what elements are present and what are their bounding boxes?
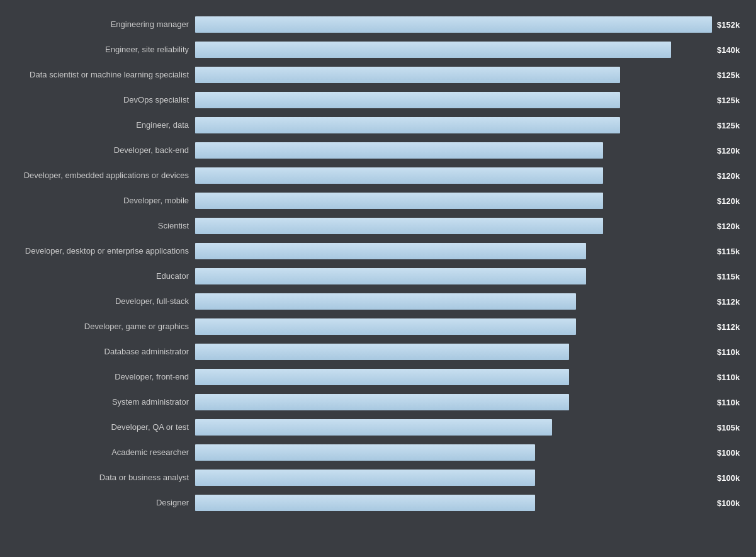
salary-chart: Engineering manager$152kEngineer, site r… — [0, 6, 756, 522]
bar-row: Developer, back-end$120k — [0, 138, 756, 162]
bar-value: $100k — [712, 473, 756, 483]
bar-fill — [195, 344, 569, 360]
bar-value: $100k — [712, 498, 756, 508]
bar-value: $152k — [712, 20, 756, 30]
bar-label: Developer, back-end — [0, 145, 195, 155]
bar-track — [195, 318, 712, 335]
bar-label: Engineering manager — [0, 20, 195, 30]
bar-track — [195, 293, 712, 310]
bar-track — [195, 16, 712, 33]
bar-value: $125k — [712, 96, 756, 105]
bar-fill — [195, 67, 620, 83]
bar-label: Data scientist or machine learning speci… — [0, 70, 195, 80]
bar-track — [195, 92, 712, 108]
bar-row: Developer, full-stack$112k — [0, 290, 756, 313]
bar-row: Developer, embedded applications or devi… — [0, 164, 756, 188]
bar-label: Engineer, data — [0, 120, 195, 130]
bar-label: Developer, QA or test — [0, 422, 195, 432]
bar-track — [195, 419, 712, 436]
bar-track — [195, 218, 712, 234]
bar-label: Developer, full-stack — [0, 296, 195, 307]
bar-track — [195, 117, 712, 133]
bar-fill — [195, 268, 586, 284]
bar-label: Developer, mobile — [0, 196, 195, 206]
bar-row: Developer, desktop or enterprise applica… — [0, 239, 756, 263]
bar-row: Developer, QA or test$105k — [0, 415, 756, 439]
bar-track — [195, 470, 712, 486]
bar-row: Developer, front-end$110k — [0, 365, 756, 389]
bar-value: $110k — [712, 398, 756, 407]
bar-fill — [195, 117, 620, 133]
bar-value: $125k — [712, 121, 756, 130]
bar-track — [195, 193, 712, 209]
bar-value: $115k — [712, 272, 756, 281]
bar-row: Developer, game or graphics$112k — [0, 315, 756, 339]
bar-track — [195, 167, 712, 184]
bar-row: Engineering manager$152k — [0, 13, 756, 37]
bar-value: $112k — [712, 297, 756, 307]
bar-fill — [195, 92, 620, 108]
bar-label: Engineer, site reliability — [0, 45, 195, 55]
bar-value: $110k — [712, 347, 756, 357]
bar-fill — [195, 16, 712, 33]
bar-row: Engineer, site reliability$140k — [0, 38, 756, 62]
bar-fill — [195, 142, 603, 159]
bar-fill — [195, 293, 576, 310]
bar-row: Designer$100k — [0, 491, 756, 515]
bar-row: Data or business analyst$100k — [0, 466, 756, 490]
bar-fill — [195, 243, 586, 259]
bar-value: $120k — [712, 171, 756, 181]
bar-track — [195, 495, 712, 511]
bar-label: Developer, desktop or enterprise applica… — [0, 246, 195, 256]
bar-fill — [195, 419, 552, 436]
bar-value: $120k — [712, 222, 756, 231]
bar-track — [195, 243, 712, 259]
bar-track — [195, 369, 712, 385]
bar-track — [195, 42, 712, 58]
bar-fill — [195, 193, 603, 209]
bar-track — [195, 142, 712, 159]
bar-value: $120k — [712, 196, 756, 206]
bar-label: Data or business analyst — [0, 473, 195, 483]
bar-track — [195, 344, 712, 360]
bar-label: Educator — [0, 271, 195, 281]
bar-track — [195, 444, 712, 461]
bar-value: $112k — [712, 322, 756, 332]
bar-value: $125k — [712, 70, 756, 80]
bar-label: Developer, embedded applications or devi… — [0, 171, 195, 181]
bar-fill — [195, 394, 569, 410]
bar-row: Academic researcher$100k — [0, 441, 756, 464]
bar-row: Engineer, data$125k — [0, 113, 756, 137]
bar-value: $120k — [712, 146, 756, 155]
bar-row: Data scientist or machine learning speci… — [0, 63, 756, 87]
bar-value: $100k — [712, 448, 756, 458]
bar-label: System administrator — [0, 397, 195, 407]
bar-row: System administrator$110k — [0, 390, 756, 414]
bar-row: Developer, mobile$120k — [0, 189, 756, 213]
bar-fill — [195, 318, 576, 335]
bar-track — [195, 394, 712, 410]
bar-label: Developer, front-end — [0, 372, 195, 382]
bar-label: Database administrator — [0, 347, 195, 357]
bar-row: Scientist$120k — [0, 214, 756, 238]
bar-track — [195, 268, 712, 284]
bar-label: Academic researcher — [0, 447, 195, 458]
bar-value: $105k — [712, 423, 756, 432]
bar-fill — [195, 369, 569, 385]
bar-fill — [195, 495, 535, 511]
bar-fill — [195, 42, 671, 58]
bar-fill — [195, 444, 535, 461]
bar-fill — [195, 167, 603, 184]
bar-label: Scientist — [0, 221, 195, 231]
bar-value: $115k — [712, 247, 756, 256]
bar-fill — [195, 470, 535, 486]
bar-row: Educator$115k — [0, 264, 756, 288]
bar-label: Developer, game or graphics — [0, 322, 195, 332]
bar-value: $110k — [712, 373, 756, 382]
bar-label: Designer — [0, 498, 195, 508]
bar-row: Database administrator$110k — [0, 340, 756, 364]
bar-track — [195, 67, 712, 83]
bar-value: $140k — [712, 45, 756, 55]
bar-label: DevOps specialist — [0, 95, 195, 105]
bar-fill — [195, 218, 603, 234]
